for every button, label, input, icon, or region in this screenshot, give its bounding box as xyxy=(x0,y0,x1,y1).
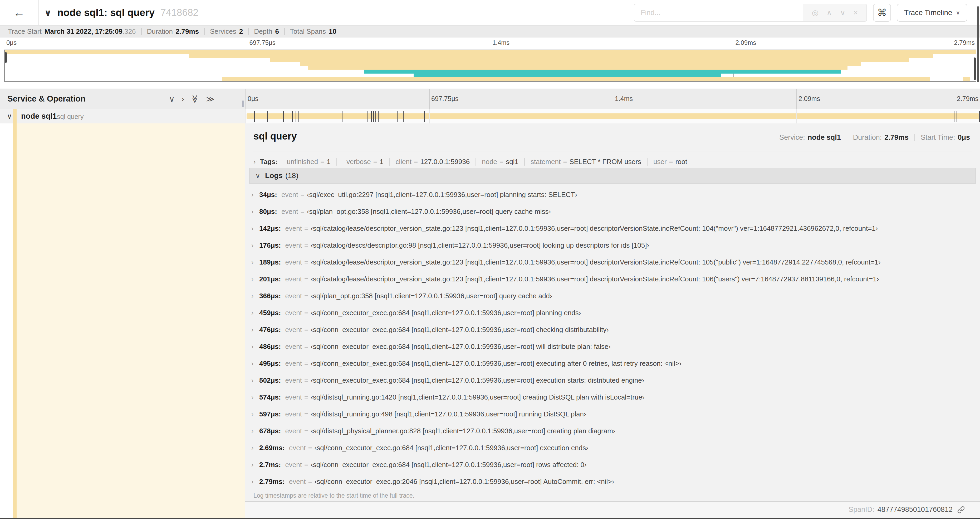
tag-value: sql1 xyxy=(506,158,519,166)
log-rows: ›34μs:event=‹sql/exec_util.go:2297 [nsql… xyxy=(249,186,976,490)
log-timestamp: 142μs: xyxy=(259,224,281,233)
log-expand-chevron-icon[interactable]: › xyxy=(251,427,259,435)
log-row[interactable]: ›502μs:event=‹sql/conn_executor_exec.go:… xyxy=(249,372,976,389)
tag-equals: = xyxy=(669,158,673,166)
log-row[interactable]: ›495μs:event=‹sql/conn_executor_exec.go:… xyxy=(249,355,976,372)
log-expand-chevron-icon[interactable]: › xyxy=(251,444,259,452)
minimap-canvas[interactable] xyxy=(4,50,976,82)
info-suffix: .326 xyxy=(123,27,136,35)
log-row[interactable]: ›176μs:event=‹sql/catalog/descs/descript… xyxy=(249,237,976,254)
span-row-name-column[interactable]: ∨ node sql1 sql query xyxy=(0,109,245,123)
log-row[interactable]: ›201μs:event=‹sql/catalog/lease/descript… xyxy=(249,271,976,287)
log-value: ‹sql/distsql_running.go:1420 [nsql1,clie… xyxy=(310,393,644,401)
log-timestamp: 2.69ms: xyxy=(259,444,285,452)
log-expand-chevron-icon[interactable]: › xyxy=(251,241,259,249)
log-row[interactable]: ›574μs:event=‹sql/distsql_running.go:142… xyxy=(249,389,976,406)
log-timestamp: 476μs: xyxy=(259,326,281,334)
log-row[interactable]: ›34μs:event=‹sql/exec_util.go:2297 [nsql… xyxy=(249,186,976,203)
log-expand-chevron-icon[interactable]: › xyxy=(251,275,259,283)
column-resizer-handle[interactable]: ∥ xyxy=(241,100,245,107)
log-expand-chevron-icon[interactable]: › xyxy=(251,377,259,384)
log-row[interactable]: ›142μs:event=‹sql/catalog/lease/descript… xyxy=(249,220,976,237)
minimap-span-bar xyxy=(308,65,848,70)
log-field-name: event xyxy=(285,343,302,351)
title-collapse-chevron-icon[interactable]: ∨ xyxy=(44,7,52,18)
log-expand-chevron-icon[interactable]: › xyxy=(251,225,259,232)
log-expand-chevron-icon[interactable]: › xyxy=(251,259,259,266)
log-equals: = xyxy=(304,359,308,367)
collapse-all-icon[interactable]: ≫ xyxy=(191,95,200,103)
log-row[interactable]: ›80μs:event=‹sql/plan_opt.go:358 [nsql1,… xyxy=(249,203,976,220)
log-row[interactable]: ›486μs:event=‹sql/conn_executor_exec.go:… xyxy=(249,338,976,355)
info-value: 10 xyxy=(329,27,336,35)
log-equals: = xyxy=(304,410,308,418)
log-expand-chevron-icon[interactable]: › xyxy=(251,292,259,300)
info-value: 2.79ms xyxy=(176,27,199,35)
log-expand-chevron-icon[interactable]: › xyxy=(251,478,259,485)
log-row[interactable]: ›2.79ms:event=‹sql/conn_executor_exec.go… xyxy=(249,473,976,490)
detail-meta-label: Duration: xyxy=(853,133,882,142)
log-timestamp: 2.79ms: xyxy=(259,477,285,486)
back-button[interactable]: ← xyxy=(0,0,39,25)
next-result-icon[interactable]: ∨ xyxy=(840,8,845,17)
log-timestamp: 502μs: xyxy=(259,376,281,385)
log-value: ‹sql/conn_executor_exec.go:684 [nsql1,cl… xyxy=(310,309,581,317)
service-operation-title: Service & Operation xyxy=(7,94,85,104)
log-row[interactable]: ›476μs:event=‹sql/conn_executor_exec.go:… xyxy=(249,321,976,338)
detail-meta-label: Start Time: xyxy=(921,133,955,142)
minimap-left-scrubber-handle[interactable] xyxy=(5,52,7,63)
vertical-scrollbar-thumb[interactable] xyxy=(977,6,979,82)
log-row[interactable]: ›597μs:event=‹sql/distsql_running.go:498… xyxy=(249,406,976,423)
log-row[interactable]: ›189μs:event=‹sql/catalog/lease/descript… xyxy=(249,254,976,271)
log-expand-chevron-icon[interactable]: › xyxy=(251,309,259,317)
info-value: 2 xyxy=(239,27,243,35)
log-equals: = xyxy=(304,241,308,249)
clear-search-icon[interactable]: × xyxy=(853,8,858,17)
axis-tick-label: 2.09ms xyxy=(733,39,756,46)
logs-collapse-chevron-icon[interactable]: ∨ xyxy=(255,172,260,180)
log-row[interactable]: ›459μs:event=‹sql/conn_executor_exec.go:… xyxy=(249,304,976,321)
tags-expand-chevron-icon[interactable]: › xyxy=(253,158,256,166)
log-timestamp: 597μs: xyxy=(259,410,281,418)
info-divider xyxy=(204,28,205,35)
log-row[interactable]: ›366μs:event=‹sql/plan_opt.go:358 [nsql1… xyxy=(249,287,976,304)
minimap-right-scrubber-handle[interactable] xyxy=(974,57,976,80)
find-input[interactable] xyxy=(634,4,803,21)
prev-result-icon[interactable]: ∧ xyxy=(826,8,832,17)
info-value: March 31 2022, 17:25:09 xyxy=(45,27,123,35)
log-value: ‹sql/catalog/lease/descriptor_version_st… xyxy=(310,275,879,283)
log-expand-chevron-icon[interactable]: › xyxy=(251,360,259,367)
log-row[interactable]: ›678μs:event=‹sql/distsql_physical_plann… xyxy=(249,423,976,439)
log-marker-tick xyxy=(292,111,293,122)
log-expand-chevron-icon[interactable]: › xyxy=(251,343,259,350)
axis-tick-label: 697.75μs xyxy=(247,39,275,46)
link-icon[interactable] xyxy=(957,506,965,514)
keyboard-shortcuts-button[interactable]: ⌘ xyxy=(873,4,891,22)
expand-one-icon[interactable]: › xyxy=(181,94,184,103)
tags-row[interactable]: › Tags: _unfinished=1_verbose=1client=12… xyxy=(253,156,687,168)
log-row[interactable]: ›2.7ms:event=‹sql/conn_executor_exec.go:… xyxy=(249,456,976,473)
header-controls: ◎ ∧ ∨ × ⌘ Trace Timeline ∨ xyxy=(634,4,967,21)
locate-icon[interactable]: ◎ xyxy=(812,8,819,17)
log-row[interactable]: ›2.69ms:event=‹sql/conn_executor_exec.go… xyxy=(249,439,976,456)
tag-key: node xyxy=(482,158,497,166)
log-expand-chevron-icon[interactable]: › xyxy=(251,208,259,216)
axis-gridline xyxy=(796,89,797,109)
footer-row-highlight xyxy=(17,501,245,518)
log-marker-tick xyxy=(424,111,425,122)
logs-header[interactable]: ∨ Logs (18) xyxy=(249,168,976,184)
log-expand-chevron-icon[interactable]: › xyxy=(251,326,259,334)
log-field-name: event xyxy=(285,224,302,233)
detail-row-highlight xyxy=(17,123,245,501)
collapse-one-icon[interactable]: ∨ xyxy=(169,94,175,104)
log-expand-chevron-icon[interactable]: › xyxy=(251,410,259,418)
tag-divider xyxy=(647,158,648,166)
log-field-name: event xyxy=(285,359,302,367)
span-collapse-chevron-icon[interactable]: ∨ xyxy=(7,112,12,121)
view-selector-button[interactable]: Trace Timeline ∨ xyxy=(897,4,967,22)
log-expand-chevron-icon[interactable]: › xyxy=(251,393,259,401)
log-timestamp: 574μs: xyxy=(259,393,281,401)
log-expand-chevron-icon[interactable]: › xyxy=(251,191,259,199)
expand-all-icon[interactable]: ≫ xyxy=(206,94,215,104)
log-expand-chevron-icon[interactable]: › xyxy=(251,461,259,469)
